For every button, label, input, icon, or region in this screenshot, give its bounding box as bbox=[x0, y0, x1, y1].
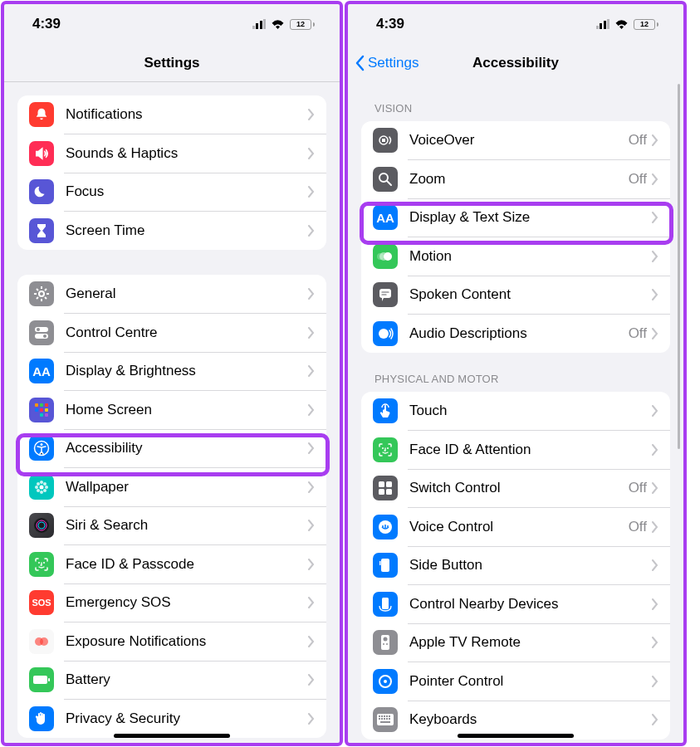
toggles-icon bbox=[29, 320, 54, 345]
row-label: Display & Brightness bbox=[66, 363, 308, 379]
settings-row-pointer-control[interactable]: Pointer Control bbox=[361, 662, 670, 701]
settings-row-accessibility[interactable]: Accessibility bbox=[17, 429, 326, 468]
back-label: Settings bbox=[368, 55, 419, 71]
svg-rect-63 bbox=[389, 715, 390, 717]
accessibility-screen: 4:39 12 Settings Accessibility VISION Vo… bbox=[345, 1, 687, 746]
settings-row-emergency-sos[interactable]: SOSEmergency SOS bbox=[17, 583, 326, 622]
battery-icon: 12 bbox=[290, 19, 315, 30]
chevron-right-icon bbox=[652, 444, 658, 456]
settings-row-voice-control[interactable]: Voice ControlOff bbox=[361, 508, 670, 547]
settings-row-privacy-security[interactable]: Privacy & Security bbox=[17, 700, 326, 739]
faceid-icon bbox=[373, 437, 398, 462]
chevron-right-icon bbox=[308, 109, 315, 120]
settings-row-display-text-size[interactable]: AADisplay & Text Size bbox=[361, 198, 670, 237]
aa-icon: AA bbox=[373, 205, 398, 230]
settings-row-apple-tv-remote[interactable]: Apple TV Remote bbox=[361, 623, 670, 662]
settings-row-wallpaper[interactable]: Wallpaper bbox=[17, 468, 326, 507]
svg-rect-65 bbox=[381, 718, 383, 720]
svg-rect-67 bbox=[386, 718, 388, 720]
home-indicator[interactable] bbox=[114, 734, 230, 738]
settings-row-home-screen[interactable]: Home Screen bbox=[17, 391, 326, 430]
flower-icon bbox=[29, 475, 54, 500]
chevron-right-icon bbox=[652, 521, 658, 533]
settings-row-siri-search[interactable]: Siri & Search bbox=[17, 506, 326, 545]
row-label: Control Centre bbox=[66, 325, 308, 341]
chevron-right-icon bbox=[652, 637, 658, 648]
row-label: Focus bbox=[66, 183, 308, 200]
settings-row-display-brightness[interactable]: AADisplay & Brightness bbox=[17, 352, 326, 391]
status-bar: 4:39 12 bbox=[348, 4, 683, 44]
svg-point-17 bbox=[40, 481, 43, 484]
vision-group: VoiceOverOffZoomOffAADisplay & Text Size… bbox=[361, 121, 670, 353]
row-status: Off bbox=[629, 519, 647, 535]
exposure-icon bbox=[29, 629, 54, 654]
chevron-right-icon bbox=[308, 365, 315, 377]
switch-icon bbox=[373, 476, 398, 500]
settings-row-touch[interactable]: Touch bbox=[361, 392, 670, 431]
svg-rect-68 bbox=[389, 718, 390, 720]
voice-icon bbox=[373, 515, 398, 540]
home-indicator[interactable] bbox=[458, 734, 574, 738]
settings-row-notifications[interactable]: Notifications bbox=[17, 95, 326, 134]
svg-point-2 bbox=[37, 328, 40, 331]
svg-rect-35 bbox=[382, 139, 385, 142]
settings-row-face-id-attention[interactable]: Face ID & Attention bbox=[361, 431, 670, 470]
settings-row-general[interactable]: General bbox=[17, 275, 326, 314]
motion-icon bbox=[373, 244, 398, 269]
settings-row-exposure-notifications[interactable]: Exposure Notifications bbox=[17, 622, 326, 662]
chevron-right-icon bbox=[308, 404, 315, 416]
svg-rect-50 bbox=[379, 561, 381, 565]
cellular-signal-icon bbox=[252, 19, 267, 29]
row-label: Touch bbox=[409, 403, 652, 419]
settings-row-sounds-haptics[interactable]: Sounds & Haptics bbox=[17, 134, 326, 173]
svg-rect-12 bbox=[40, 413, 43, 417]
settings-row-battery[interactable]: Battery bbox=[17, 661, 326, 700]
chevron-right-icon bbox=[652, 212, 658, 223]
status-time: 4:39 bbox=[376, 16, 404, 32]
aa-icon: AA bbox=[29, 359, 54, 383]
section-header-motor: PHYSICAL AND MOTOR bbox=[348, 353, 683, 392]
settings-row-control-nearby-devices[interactable]: Control Nearby Devices bbox=[361, 585, 670, 624]
svg-point-23 bbox=[37, 489, 40, 492]
svg-rect-7 bbox=[45, 403, 48, 407]
settings-list[interactable]: NotificationsSounds & HapticsFocusScreen… bbox=[4, 82, 340, 743]
chevron-right-icon bbox=[652, 173, 658, 185]
svg-rect-66 bbox=[384, 718, 385, 720]
svg-point-39 bbox=[377, 253, 384, 260]
svg-rect-10 bbox=[45, 408, 48, 412]
settings-row-control-centre[interactable]: Control Centre bbox=[17, 314, 326, 353]
settings-row-face-id-passcode[interactable]: Face ID & Passcode bbox=[17, 545, 326, 584]
svg-point-53 bbox=[384, 637, 388, 642]
status-time: 4:39 bbox=[32, 16, 61, 32]
settings-row-motion[interactable]: Motion bbox=[361, 237, 670, 276]
settings-row-focus[interactable]: Focus bbox=[17, 173, 326, 212]
scrollbar[interactable] bbox=[678, 84, 680, 449]
row-label: Spoken Content bbox=[409, 286, 652, 303]
settings-row-zoom[interactable]: ZoomOff bbox=[361, 160, 670, 199]
audio-desc-icon bbox=[373, 321, 398, 346]
voiceover-icon bbox=[373, 128, 398, 153]
pointer-icon bbox=[373, 669, 398, 694]
svg-point-4 bbox=[43, 334, 47, 338]
motor-group: TouchFace ID & AttentionSwitch ControlOf… bbox=[361, 392, 670, 740]
settings-row-spoken-content[interactable]: Spoken Content bbox=[361, 276, 670, 315]
row-label: Keyboards bbox=[409, 711, 652, 728]
bell-icon bbox=[29, 102, 54, 127]
chevron-right-icon bbox=[652, 714, 658, 725]
status-bar: 4:39 12 bbox=[4, 4, 340, 44]
nearby-icon bbox=[373, 592, 398, 617]
svg-point-43 bbox=[387, 447, 389, 449]
back-button[interactable]: Settings bbox=[355, 55, 419, 71]
chevron-right-icon bbox=[308, 674, 315, 686]
svg-rect-60 bbox=[381, 715, 383, 717]
settings-row-voiceover[interactable]: VoiceOverOff bbox=[361, 121, 670, 160]
svg-point-22 bbox=[43, 482, 47, 486]
settings-row-switch-control[interactable]: Switch ControlOff bbox=[361, 469, 670, 508]
chevron-right-icon bbox=[308, 520, 315, 531]
settings-row-side-button[interactable]: Side Button bbox=[361, 546, 670, 585]
settings-row-screen-time[interactable]: Screen Time bbox=[17, 212, 326, 251]
accessibility-list[interactable]: VISION VoiceOverOffZoomOffAADisplay & Te… bbox=[348, 82, 683, 743]
settings-row-audio-descriptions[interactable]: Audio DescriptionsOff bbox=[361, 315, 670, 354]
row-label: Voice Control bbox=[409, 519, 629, 535]
svg-point-31 bbox=[40, 637, 48, 646]
